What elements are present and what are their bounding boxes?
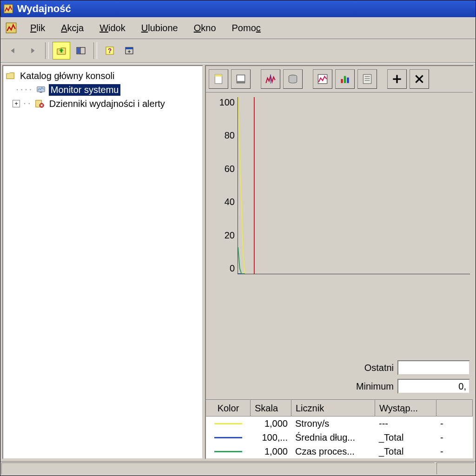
row-color [206, 422, 251, 425]
svg-text:?: ? [108, 47, 112, 54]
header-overflow[interactable] [436, 400, 473, 416]
svg-rect-20 [341, 79, 343, 83]
back-button[interactable] [4, 42, 22, 60]
row-wyst: _Total [375, 445, 436, 458]
add-counter-button[interactable] [387, 69, 407, 89]
svg-rect-4 [77, 48, 80, 53]
readout-minimum: Minimum 0, [343, 379, 470, 394]
row-licznik: Strony/s [291, 417, 375, 430]
statusbar-cell-2 [436, 463, 475, 475]
menu-ulubione[interactable]: Ulubione [139, 22, 181, 34]
client-area: Katalog główny konsoli ···· Monitor syst… [0, 63, 476, 461]
tree-node-logs[interactable]: + ·· Dzienniki wydajności i alerty [5, 97, 200, 111]
row-color [206, 450, 251, 453]
header-kolor[interactable]: Kolor [206, 400, 251, 416]
svg-rect-23 [363, 74, 371, 84]
row-overflow: - [436, 431, 473, 444]
toolbar-separator [45, 42, 49, 59]
svg-rect-14 [215, 74, 222, 76]
tree-root[interactable]: Katalog główny konsoli [5, 69, 200, 83]
app-icon [3, 4, 13, 14]
menu-okno[interactable]: Okno [191, 22, 219, 34]
titlebar[interactable]: Wydajność [0, 0, 476, 17]
window: Wydajność Plik Akcja Widok Ulubione Okno… [0, 0, 476, 476]
right-toolbar [206, 66, 473, 93]
menubar-app-icon [5, 22, 17, 34]
header-licznik[interactable]: Licznik [291, 400, 375, 416]
svg-rect-8 [126, 47, 133, 49]
svg-rect-16 [237, 81, 245, 83]
menu-pomoc[interactable]: Pomoc [229, 22, 264, 34]
folder-icon [5, 71, 15, 81]
svg-rect-19 [318, 74, 327, 84]
new-window-button[interactable] [120, 42, 138, 60]
statusbar-cell-1 [1, 463, 435, 475]
readout-minimum-label: Minimum [343, 381, 394, 392]
ytick: 40 [225, 197, 235, 207]
menu-widok[interactable]: Widok [97, 22, 128, 34]
delete-counter-button[interactable] [410, 69, 429, 89]
readout-ostatni: Ostatni [343, 360, 470, 375]
row-wyst: _Total [375, 431, 436, 444]
tree-connector-2: ·· [23, 100, 32, 107]
table-row[interactable]: 1,000Czas proces..._Total- [206, 444, 473, 458]
view-current-button[interactable] [261, 69, 280, 89]
chart-area: 100 80 60 40 20 0 [206, 93, 473, 357]
statusbar [0, 461, 476, 476]
new-counter-set-button[interactable] [209, 69, 228, 89]
ytick: 0 [230, 263, 235, 274]
counter-table-body[interactable]: 1,000Strony/s----100,...Średnia dług..._… [206, 416, 473, 458]
monitor-icon [36, 85, 46, 95]
toolbar-separator-2 [93, 42, 97, 59]
tree-node-monitor-label: Monitor systemu [49, 84, 121, 96]
svg-rect-22 [347, 78, 349, 83]
chart-plot[interactable] [238, 97, 470, 274]
row-wyst: --- [375, 417, 436, 430]
row-licznik: Czas proces... [291, 445, 375, 458]
table-row[interactable]: 1,000Strony/s---- [206, 416, 473, 430]
row-color [206, 436, 251, 439]
help-button[interactable]: ? [101, 42, 119, 60]
view-histogram-button[interactable] [335, 69, 355, 89]
row-skala: 1,000 [251, 445, 291, 458]
readouts: Ostatni Minimum 0, [206, 357, 473, 397]
menu-plik[interactable]: Plik [27, 22, 48, 34]
forward-button[interactable] [24, 42, 41, 60]
show-hide-tree-button[interactable] [72, 42, 90, 60]
ytick: 20 [225, 230, 235, 241]
readout-ostatni-label: Ostatni [343, 363, 394, 373]
ytick: 80 [225, 130, 235, 141]
chart-y-axis: 100 80 60 40 20 0 [209, 97, 238, 274]
tree-node-logs-label: Dzienniki wydajności i alerty [47, 98, 167, 110]
svg-rect-10 [40, 92, 42, 93]
readout-ostatni-value [397, 360, 470, 375]
tree-root-label: Katalog główny konsoli [18, 70, 116, 82]
readout-minimum-value: 0, [397, 379, 470, 394]
row-skala: 100,... [251, 431, 291, 444]
expand-button[interactable]: + [13, 100, 20, 107]
table-row[interactable]: 100,...Średnia dług..._Total- [206, 430, 473, 444]
ytick: 60 [225, 164, 235, 174]
clear-display-button[interactable] [231, 69, 251, 89]
tree-node-monitor[interactable]: ···· Monitor systemu [5, 83, 200, 97]
view-graph-button[interactable] [313, 69, 332, 89]
row-overflow: - [436, 445, 473, 458]
header-skala[interactable]: Skala [251, 400, 291, 416]
row-skala: 1,000 [251, 417, 291, 430]
row-overflow: - [436, 417, 473, 430]
view-log-button[interactable] [283, 69, 303, 89]
ytick: 100 [219, 97, 235, 108]
header-wyst[interactable]: Wystąp... [375, 400, 436, 416]
counter-table-header[interactable]: Kolor Skala Licznik Wystąp... [206, 400, 473, 416]
tree-pane[interactable]: Katalog główny konsoli ···· Monitor syst… [2, 65, 203, 459]
row-licznik: Średnia dług... [291, 431, 375, 444]
logs-icon [34, 99, 45, 109]
counter-table: Kolor Skala Licznik Wystąp... 1,000Stron… [206, 399, 473, 458]
view-report-button[interactable] [357, 69, 377, 89]
svg-rect-21 [344, 76, 346, 83]
menubar: Plik Akcja Widok Ulubione Okno Pomoc [0, 17, 476, 39]
up-folder-button[interactable] [53, 42, 70, 60]
main-toolbar: ? [0, 39, 476, 63]
menu-akcja[interactable]: Akcja [58, 22, 86, 34]
right-pane: 100 80 60 40 20 0 Ostatni Minimu [205, 65, 474, 459]
